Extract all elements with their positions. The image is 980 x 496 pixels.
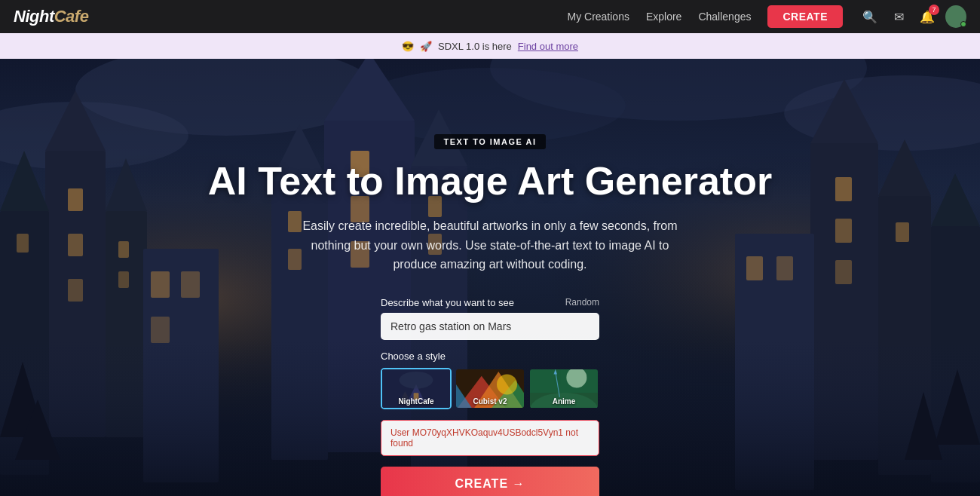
email-icon[interactable]: ✉ <box>888 6 909 27</box>
announcement-emoji1: 😎 <box>402 41 414 52</box>
svg-point-66 <box>400 372 433 389</box>
navbar-create-button[interactable]: CREATE <box>767 5 843 28</box>
site-logo[interactable]: NightCafe <box>14 7 88 26</box>
style-options: NightCafe Cubist v2 <box>381 368 599 409</box>
style-anime[interactable]: Anime <box>528 368 599 409</box>
announcement-emoji2: 🚀 <box>420 41 432 52</box>
svg-point-72 <box>497 374 517 394</box>
style-nightcafe[interactable]: NightCafe <box>381 368 452 409</box>
notification-badge: 7 <box>929 5 939 15</box>
style-anime-label: Anime <box>530 397 598 406</box>
navbar: NightCafe My Creations Explore Challenge… <box>0 0 980 33</box>
notification-icon[interactable]: 🔔 7 <box>917 6 938 27</box>
nav-my-creations[interactable]: My Creations <box>567 11 629 23</box>
announcement-link[interactable]: Find out more <box>518 41 578 52</box>
navbar-right: My Creations Explore Challenges CREATE 🔍… <box>567 5 966 28</box>
hero-section: TEXT TO IMAGE AI AI Text to Image Art Ge… <box>0 0 980 496</box>
style-nightcafe-label: NightCafe <box>382 397 450 406</box>
online-indicator <box>960 21 966 27</box>
hero-content: TEXT TO IMAGE AI AI Text to Image Art Ge… <box>0 59 980 496</box>
hero-subtitle: Easily create incredible, beautiful artw… <box>294 216 686 274</box>
announcement-text: SDXL 1.0 is here <box>438 41 512 52</box>
hero-title: AI Text to Image Art Generator <box>208 160 772 203</box>
random-link[interactable]: Random <box>565 297 599 308</box>
hero-badge: TEXT TO IMAGE AI <box>434 134 545 149</box>
prompt-input[interactable]: Retro gas station on Mars <box>381 313 599 340</box>
search-icon[interactable]: 🔍 <box>859 6 880 27</box>
style-cubist-label: Cubist v2 <box>456 397 524 406</box>
create-button[interactable]: CREATE → <box>381 467 599 496</box>
avatar[interactable] <box>945 6 966 27</box>
nav-challenges[interactable]: Challenges <box>698 11 751 23</box>
style-label: Choose a style <box>381 351 599 362</box>
form-label-row: Describe what you want to see Random <box>381 297 599 308</box>
nav-explore[interactable]: Explore <box>646 11 681 23</box>
hero-form: Describe what you want to see Random Ret… <box>381 297 599 496</box>
error-message: User MO70yqXHVKOaquv4USBodcl5Vyn1 not fo… <box>381 420 599 456</box>
describe-label: Describe what you want to see <box>381 297 514 308</box>
announcement-bar: 😎 🚀 SDXL 1.0 is here Find out more <box>0 33 980 59</box>
navbar-icons: 🔍 ✉ 🔔 7 <box>859 6 966 27</box>
style-cubist[interactable]: Cubist v2 <box>455 368 525 409</box>
